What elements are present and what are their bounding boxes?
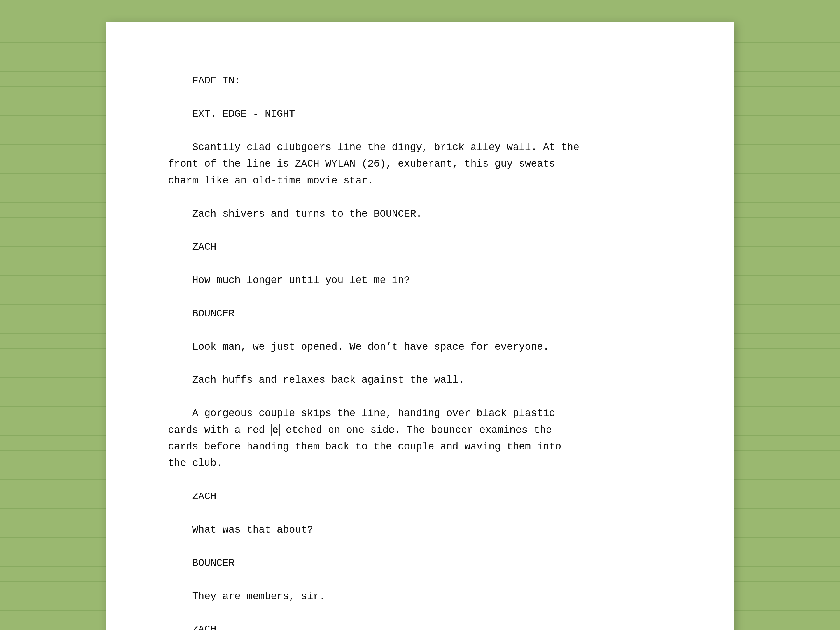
line-action-4: A gorgeous couple skips the line, handin… [168, 408, 561, 469]
line-char-5: ZACH [192, 624, 216, 630]
line-action-1: Scantily clad clubgoers line the dingy, … [168, 142, 579, 186]
line-dialogue-2: Look man, we just opened. We don’t have … [192, 341, 549, 353]
line-char-3: ZACH [192, 491, 216, 502]
line-char-4: BOUNCER [192, 557, 234, 569]
line-fade-in: FADE IN: [192, 75, 240, 87]
line-dialogue-4: They are members, sir. [192, 591, 325, 602]
line-action-3: Zach huffs and relaxes back against the … [192, 374, 464, 386]
card-symbol: e [271, 425, 280, 436]
line-dialogue-1: How much longer until you let me in? [192, 275, 410, 286]
line-action-2: Zach shivers and turns to the BOUNCER. [192, 208, 422, 220]
line-char-2: BOUNCER [192, 308, 234, 319]
line-ext-edge: EXT. EDGE - NIGHT [192, 108, 295, 120]
line-char-1: ZACH [192, 242, 216, 253]
line-dialogue-3: What was that about? [192, 524, 313, 536]
screenplay-page: FADE IN: EXT. EDGE - NIGHT Scantily clad… [106, 22, 734, 630]
script-text-area[interactable]: FADE IN: EXT. EDGE - NIGHT Scantily clad… [168, 56, 700, 630]
